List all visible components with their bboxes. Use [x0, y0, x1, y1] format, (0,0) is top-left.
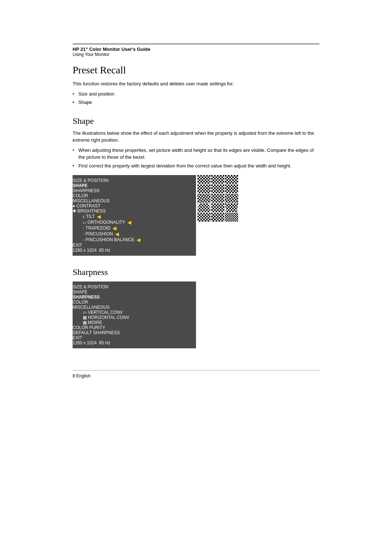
bullet-item: When adjusting these properties, set pic…	[73, 147, 319, 161]
svg-rect-35	[225, 194, 238, 203]
sharp-menu-exit: EXIT	[73, 335, 196, 340]
header-bar: HP 21" Color Monitor User's Guide Using …	[73, 44, 319, 57]
bullet-item: Shape	[73, 99, 319, 106]
shape-bullets: When adjusting these properties, set pic…	[73, 147, 319, 170]
page: HP 21" Color Monitor User's Guide Using …	[0, 44, 392, 555]
sharp-menu-sharpness-active: SHARPNESS	[73, 295, 196, 300]
checker-icon-2-2	[211, 185, 224, 193]
svg-rect-15	[197, 185, 211, 193]
sharpness-heading: Sharpness	[73, 267, 319, 277]
checker-icon-3-1	[197, 194, 211, 203]
header-subtitle: Using Your Monitor	[73, 52, 319, 57]
sharp-menu-color: COLOR	[73, 300, 196, 305]
header-title: HP 21" Color Monitor User's Guide	[73, 46, 319, 52]
checker-icon-2-1	[197, 185, 211, 193]
icon-row-2	[197, 185, 238, 193]
menu-tilt: ⫿ TILT ◀	[73, 214, 196, 219]
checker-icon-3-3	[225, 194, 238, 203]
sharp-menu-color-purity: COLOR PURITY	[73, 325, 196, 330]
footer-bar: 8 English	[73, 370, 319, 378]
sharp-menu-footer: 1280 x 1024 85 Hz	[73, 340, 196, 345]
menu-brightness: ✱ BRIGHTNESS	[73, 208, 196, 214]
checker-icon-5-2	[211, 213, 224, 222]
shape-menu-panel: SIZE & POSITION SHAPE SHARPNESS COLOR MI…	[73, 175, 196, 256]
shape-menu-diagram: SIZE & POSITION SHAPE SHARPNESS COLOR MI…	[73, 175, 319, 256]
svg-rect-44	[211, 203, 224, 212]
checker-icon-2-3	[225, 185, 238, 193]
footer-page-number: 8 English	[73, 373, 319, 378]
bullet-item: First correct the property with largest …	[73, 162, 319, 170]
svg-rect-40	[197, 203, 211, 212]
svg-rect-57	[211, 213, 224, 222]
menu-size-position: SIZE & POSITION	[73, 178, 196, 183]
sharp-menu-hconv: ▦ HORIZONTAL CONV	[73, 315, 196, 320]
svg-rect-19	[211, 185, 224, 193]
sharpness-menu-panel: SIZE & POSITION SHAPE SHARPNESS COLOR MI…	[73, 281, 196, 348]
svg-rect-7	[211, 175, 224, 184]
icon-row-4	[197, 203, 238, 212]
menu-miscellaneous: MISCELLANEOUS	[73, 198, 196, 203]
menu-orthogonality: ▭ ORTHOGONALITY ◀	[73, 219, 196, 225]
checker-icon-4-1	[197, 203, 211, 212]
checker-icon-5-3	[225, 213, 238, 222]
preset-recall-bullets: Size and position Shape	[73, 90, 319, 106]
sharp-menu-moire: ▦ MOIRE	[73, 320, 196, 325]
sharp-menu-size: SIZE & POSITION	[73, 284, 196, 289]
checker-icon-1-1	[197, 175, 211, 184]
checker-icon-1-2	[211, 175, 224, 184]
svg-rect-49	[225, 203, 238, 212]
sharp-menu-vconv: ▭ VERTICAL CONV	[73, 310, 196, 315]
checker-icon-1-3	[225, 175, 238, 184]
preset-recall-heading: Preset Recall	[73, 64, 319, 76]
icon-row-5	[197, 213, 238, 222]
icon-row-1	[197, 175, 238, 184]
shape-body: The illustrations below show the effect …	[73, 130, 319, 144]
svg-rect-31	[211, 194, 224, 203]
shape-heading: Shape	[73, 116, 319, 126]
menu-exit: EXIT	[73, 243, 196, 248]
svg-rect-53	[197, 213, 211, 222]
svg-rect-23	[225, 185, 238, 193]
checker-icon-4-2	[211, 203, 224, 212]
menu-contrast: ● CONTRAST	[73, 203, 196, 208]
menu-trapezoid: ▫ TRAPEZOID ◀	[73, 225, 196, 231]
checker-icon-4-3	[225, 203, 238, 212]
menu-color: COLOR	[73, 193, 196, 198]
svg-rect-3	[197, 175, 211, 184]
icon-row-3	[197, 194, 238, 203]
sharp-menu-misc: MISCELLANEOUS	[73, 305, 196, 310]
sharp-menu-shape: SHAPE	[73, 289, 196, 295]
checker-icon-5-1	[197, 213, 211, 222]
menu-pincushion-balance: ▫ PINCUSHION BALANCE ◀	[73, 237, 196, 243]
svg-rect-11	[225, 175, 238, 184]
menu-footer-shape: 1280 x 1024 85 Hz	[73, 248, 196, 253]
checker-icon-3-2	[211, 194, 224, 203]
shape-icon-grid	[197, 175, 238, 222]
content-area: Preset Recall This function restores the…	[73, 64, 319, 348]
preset-recall-body: This function restores the factory defau…	[73, 80, 319, 88]
menu-pincushion: ▫ PINCUSHION ◀	[73, 231, 196, 237]
menu-sharpness: SHARPNESS	[73, 188, 196, 193]
svg-rect-27	[197, 194, 211, 203]
sharp-menu-default-sharpness: DEFAULT SHARPNESS	[73, 330, 196, 335]
svg-rect-61	[225, 213, 238, 222]
bullet-item: Size and position	[73, 90, 319, 98]
menu-shape-active: SHAPE	[73, 183, 196, 188]
